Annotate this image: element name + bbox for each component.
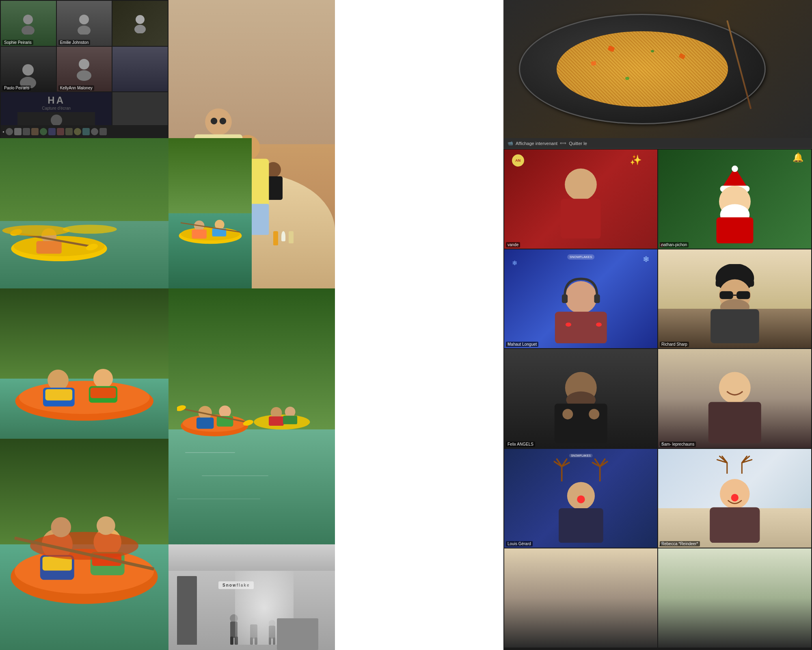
svg-point-10 — [51, 115, 62, 126]
kayak-photo-3 — [0, 288, 168, 439]
vc-tile-felix: Felix ANGELS — [504, 349, 657, 448]
vc-name-rebecca: Rebecca *Reindeer* — [660, 541, 700, 546]
vc-name-nathan: nathan-pichon — [660, 242, 689, 247]
video-tile-2: Emilie Johnston — [57, 1, 112, 46]
kayak-photo-bottom — [0, 439, 168, 650]
svg-rect-31 — [561, 199, 600, 238]
svg-point-94 — [177, 404, 186, 412]
tile-name-5: KellyAnn Maloney — [58, 85, 94, 91]
tile-name-2: Emilie Johnston — [58, 40, 91, 45]
svg-point-83 — [93, 369, 113, 388]
vc-tile-nathan: 🔔 — [658, 150, 811, 249]
svg-rect-98 — [269, 416, 284, 426]
svg-point-110 — [51, 517, 71, 537]
svg-point-38 — [565, 281, 597, 314]
svg-rect-40 — [594, 294, 600, 303]
video-tile-6 — [112, 47, 168, 92]
svg-rect-23 — [250, 204, 269, 235]
vc-tile-louis: SNOWFLAKES — [504, 449, 657, 548]
svg-point-25 — [211, 117, 217, 124]
svg-rect-41 — [555, 312, 607, 343]
vc-tile-richard: Richard Sharp — [658, 249, 811, 349]
tile-name-4: Paolo Peiraris — [2, 85, 31, 91]
svg-rect-75 — [192, 230, 206, 239]
svg-rect-115 — [230, 637, 233, 645]
svg-point-26 — [220, 117, 226, 124]
vc-tile-sam: 🎤 Sam- leprechauns — [658, 349, 811, 448]
vc-quit-label: Quitter le — [569, 141, 587, 146]
vc-tile-vande: ✨ AN vande — [504, 150, 657, 249]
vc-name-richard: Richard Sharp — [660, 342, 689, 347]
svg-point-6 — [22, 64, 34, 76]
svg-point-61 — [731, 494, 738, 501]
svg-point-111 — [97, 516, 115, 535]
food-noodle-photo — [503, 0, 812, 138]
video-tile-4: Paolo Peiraris — [1, 47, 56, 92]
svg-rect-46 — [736, 291, 750, 299]
svg-point-58 — [577, 495, 585, 503]
svg-rect-90 — [196, 418, 213, 429]
svg-point-71 — [63, 225, 117, 234]
svg-rect-45 — [719, 291, 733, 299]
kayak-photo-1 — [0, 138, 168, 288]
svg-point-55 — [719, 372, 751, 403]
vc-header: 📹 Affichage intervenant ⟺ Quitter le — [503, 138, 812, 149]
svg-point-99 — [285, 407, 295, 417]
svg-point-3 — [78, 26, 91, 35]
vc-tile-rebecca: 🎤 Rebecca *Reindeer* — [658, 449, 811, 548]
svg-point-60 — [720, 479, 749, 509]
video-tile-1: Sophie Peiraris — [1, 1, 56, 46]
svg-point-2 — [79, 15, 89, 24]
svg-point-34 — [732, 165, 738, 172]
svg-rect-39 — [562, 294, 568, 303]
svg-rect-37 — [716, 217, 753, 243]
svg-point-4 — [136, 15, 145, 24]
svg-rect-85 — [45, 389, 72, 401]
video-tile-5: KellyAnn Maloney — [57, 47, 112, 92]
svg-point-0 — [23, 15, 33, 24]
vc-name-louis: Louis Gérard — [506, 541, 533, 546]
svg-point-24 — [205, 108, 232, 135]
vc-name-sam: Sam- leprechauns — [660, 442, 696, 447]
office-photo: Snowflake — [168, 544, 335, 650]
video-call-left: Sophie Peiraris Emilie Johnston Paolo Pe… — [0, 0, 168, 138]
svg-point-9 — [77, 70, 91, 81]
video-call-right: 📹 Affichage intervenant ⟺ Quitter le ✨ — [503, 138, 812, 650]
vc-name-mahaut: Mahaut Longuet — [506, 342, 538, 347]
svg-point-5 — [134, 25, 146, 33]
vc-tile-grid: ✨ AN vande 🔔 — [503, 149, 812, 648]
vc-tile-bottom-right — [658, 548, 811, 648]
video-call-taskbar: ● — [1, 125, 168, 138]
svg-point-1 — [22, 26, 35, 35]
svg-rect-56 — [708, 402, 761, 443]
vc-tile-mahaut: ❄ ❄ SNOWFLAKES — [504, 249, 657, 349]
video-tile-3 — [112, 1, 168, 46]
svg-rect-62 — [710, 507, 760, 543]
svg-rect-86 — [90, 388, 116, 398]
kayak-photo-large — [168, 288, 335, 544]
svg-point-73 — [181, 227, 240, 240]
svg-point-8 — [79, 59, 89, 69]
vc-name-felix: Felix ANGELS — [506, 442, 535, 447]
svg-point-91 — [219, 405, 231, 418]
svg-rect-100 — [283, 416, 297, 424]
vc-header-label: Affichage intervenant — [516, 141, 557, 146]
svg-point-70 — [2, 225, 70, 236]
svg-rect-52 — [555, 403, 607, 443]
tile-name-1: Sophie Peiraris — [2, 40, 33, 45]
svg-point-81 — [48, 370, 69, 391]
svg-point-54 — [589, 409, 599, 419]
svg-point-80 — [19, 381, 150, 414]
kayak-photo-2 — [168, 138, 252, 288]
svg-point-30 — [565, 168, 597, 200]
svg-rect-49 — [710, 309, 759, 343]
svg-point-88 — [182, 414, 246, 431]
svg-rect-59 — [559, 508, 603, 543]
svg-point-53 — [562, 409, 573, 419]
vc-tile-bottom-left — [504, 548, 657, 648]
vc-name-vande: vande — [506, 242, 520, 247]
photo-collage: Sophie Peiraris Emilie Johnston Paolo Pe… — [0, 0, 812, 650]
